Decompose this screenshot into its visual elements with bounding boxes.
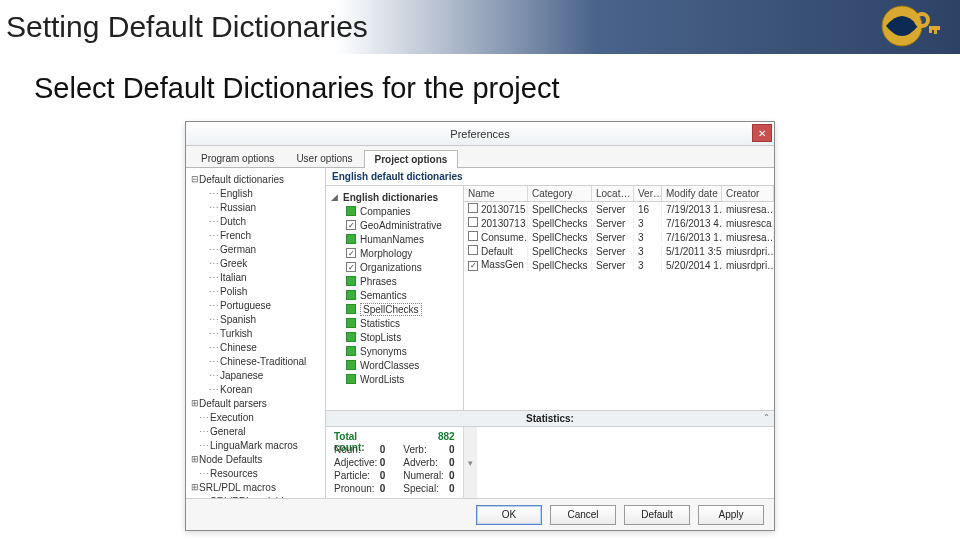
tree-node[interactable]: ⋯French (188, 228, 323, 242)
checkbox-icon[interactable] (346, 276, 356, 286)
category-item[interactable]: StopLists (330, 330, 459, 344)
category-item[interactable]: HumanNames (330, 232, 459, 246)
col-location[interactable]: Locat… (592, 186, 634, 201)
slide-subtitle: Select Default Dictionaries for the proj… (0, 54, 960, 121)
checkbox-icon[interactable] (346, 290, 356, 300)
category-item[interactable]: Semantics (330, 288, 459, 302)
checkbox-icon[interactable] (346, 262, 356, 272)
checkbox-icon[interactable] (346, 206, 356, 216)
checkbox-icon[interactable] (346, 234, 356, 244)
row-checkbox[interactable] (468, 261, 478, 271)
table-row[interactable]: 20130713…SpellChecksServer37/16/2013 4…m… (464, 216, 774, 230)
category-item[interactable]: Statistics (330, 316, 459, 330)
tree-node[interactable]: ⋯Chinese-Traditional (188, 354, 323, 368)
dialog-titlebar[interactable]: Preferences ✕ (186, 122, 774, 146)
row-checkbox[interactable] (468, 245, 478, 255)
tree-node[interactable]: ⋯Execution (188, 410, 323, 424)
tree-node[interactable]: ⋯Russian (188, 200, 323, 214)
apply-button[interactable]: Apply (698, 505, 764, 525)
stat-row: Special:0 (403, 483, 454, 496)
stat-row: Verb:0 (403, 444, 454, 457)
stats-scrollbar[interactable]: ▾ (463, 427, 477, 498)
stat-row: Pronoun:0 (334, 483, 385, 496)
cancel-button[interactable]: Cancel (550, 505, 616, 525)
grid-header[interactable]: Name Category Locat… Ver… Modify date Cr… (464, 186, 774, 202)
checkbox-icon[interactable] (346, 248, 356, 258)
tree-node[interactable]: ⋯SRL/PDL variables (188, 494, 323, 498)
statistics-header[interactable]: Statistics: ˆ (326, 411, 774, 427)
settings-tree[interactable]: ⊟Default dictionaries⋯English⋯Russian⋯Du… (186, 168, 326, 498)
tree-node[interactable]: ⋯Greek (188, 256, 323, 270)
grid-body[interactable]: 20130715…SpellChecksServer167/19/2013 1…… (464, 202, 774, 410)
col-name[interactable]: Name (464, 186, 528, 201)
checkbox-icon[interactable] (346, 318, 356, 328)
tree-node[interactable]: ⋯Turkish (188, 326, 323, 340)
col-modified[interactable]: Modify date (662, 186, 722, 201)
category-item[interactable]: Morphology (330, 246, 459, 260)
category-item[interactable]: Organizations (330, 260, 459, 274)
checkbox-icon[interactable] (346, 360, 356, 370)
category-item[interactable]: GeoAdministrative (330, 218, 459, 232)
default-button[interactable]: Default (624, 505, 690, 525)
stat-total-num: 882 (438, 431, 455, 444)
chevron-up-icon[interactable]: ˆ (765, 413, 768, 424)
tree-node[interactable]: ⋯English (188, 186, 323, 200)
tree-node[interactable]: ⋯Korean (188, 382, 323, 396)
dialog-footer: OK Cancel Default Apply (186, 498, 774, 530)
tree-node[interactable]: ⋯General (188, 424, 323, 438)
right-panel-header: English default dictionaries (326, 168, 774, 186)
dictionary-category-tree[interactable]: ◢English dictionariesCompaniesGeoAdminis… (326, 186, 464, 410)
tree-node[interactable]: ⋯Dutch (188, 214, 323, 228)
tree-node[interactable]: ⊟Default dictionaries (188, 172, 323, 186)
category-item[interactable]: Phrases (330, 274, 459, 288)
table-row[interactable]: MassGenSpellChecksServer35/20/2014 1…miu… (464, 258, 774, 272)
checkbox-icon[interactable] (346, 346, 356, 356)
table-row[interactable]: 20130715…SpellChecksServer167/19/2013 1…… (464, 202, 774, 216)
table-row[interactable]: DefaultSpellChecksServer35/1/2011 3:5…mi… (464, 244, 774, 258)
tree-node[interactable]: ⋯Portuguese (188, 298, 323, 312)
banner-logo-icon (880, 4, 942, 52)
category-item[interactable]: WordClasses (330, 358, 459, 372)
tree-node[interactable]: ⋯Resources (188, 466, 323, 480)
close-icon[interactable]: ✕ (752, 124, 772, 142)
col-creator[interactable]: Creator (722, 186, 774, 201)
tree-node[interactable]: ⋯Chinese (188, 340, 323, 354)
dialog-title: Preferences (450, 128, 509, 140)
tree-node[interactable]: ⋯Japanese (188, 368, 323, 382)
table-row[interactable]: Consume…SpellChecksServer37/16/2013 1…mi… (464, 230, 774, 244)
tree-node[interactable]: ⊞Default parsers (188, 396, 323, 410)
tab-program-options[interactable]: Program options (190, 149, 285, 167)
ok-button[interactable]: OK (476, 505, 542, 525)
tree-node[interactable]: ⋯Polish (188, 284, 323, 298)
tree-node[interactable]: ⋯LinguaMark macros (188, 438, 323, 452)
tree-node[interactable]: ⋯Italian (188, 270, 323, 284)
tabstrip: Program options User options Project opt… (186, 146, 774, 168)
row-checkbox[interactable] (468, 231, 478, 241)
tree-node[interactable]: ⋯Spanish (188, 312, 323, 326)
tree-node[interactable]: ⊞Node Defaults (188, 452, 323, 466)
tree-node[interactable]: ⋯German (188, 242, 323, 256)
slide-title: Setting Default Dictionaries (6, 10, 368, 44)
category-item[interactable]: WordLists (330, 372, 459, 386)
checkbox-icon[interactable] (346, 374, 356, 384)
category-root[interactable]: ◢English dictionaries (330, 190, 459, 204)
tab-project-options[interactable]: Project options (364, 150, 459, 168)
tree-node[interactable]: ⊞SRL/PDL macros (188, 480, 323, 494)
col-category[interactable]: Category (528, 186, 592, 201)
checkbox-icon[interactable] (346, 304, 356, 314)
tab-user-options[interactable]: User options (285, 149, 363, 167)
stat-row: Adjective:0 (334, 457, 385, 470)
checkbox-icon[interactable] (346, 332, 356, 342)
stat-row: Noun:0 (334, 444, 385, 457)
col-version[interactable]: Ver… (634, 186, 662, 201)
category-item[interactable]: Synonyms (330, 344, 459, 358)
stat-row: Numeral:0 (403, 470, 454, 483)
category-item[interactable]: Companies (330, 204, 459, 218)
statistics-body: Total count: Noun:0Adjective:0Particle:0… (326, 427, 463, 498)
row-checkbox[interactable] (468, 217, 478, 227)
stat-row: Particle:0 (334, 470, 385, 483)
category-item[interactable]: SpellChecks (330, 302, 459, 316)
statistics-title: Statistics: (526, 413, 574, 424)
row-checkbox[interactable] (468, 203, 478, 213)
checkbox-icon[interactable] (346, 220, 356, 230)
